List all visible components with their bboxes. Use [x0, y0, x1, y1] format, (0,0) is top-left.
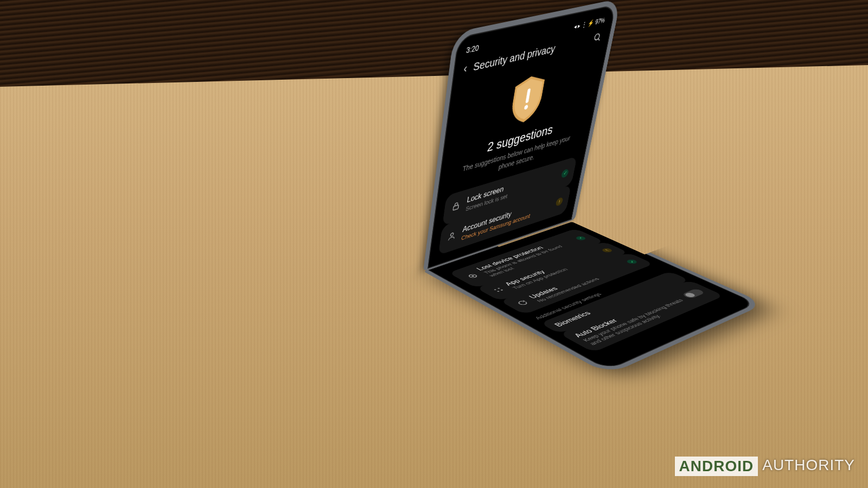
status-signal-icons: ◂ ▸ ⋮ ⚡ [573, 19, 595, 30]
locate-icon [464, 272, 482, 280]
user-icon [446, 230, 457, 244]
svg-rect-4 [453, 205, 458, 210]
watermark-brand: ANDROID [675, 457, 758, 476]
svg-point-11 [501, 290, 503, 291]
watermark: ANDROID AUTHORITY [675, 457, 855, 476]
apps-icon [490, 286, 508, 294]
check-icon: ✓ [625, 259, 639, 265]
svg-line-1 [598, 38, 600, 41]
auto-blocker-toggle[interactable] [681, 288, 705, 299]
search-icon[interactable] [592, 31, 603, 46]
status-right: ◂ ▸ ⋮ ⚡ 97% [573, 17, 605, 31]
status-battery: 97% [595, 17, 605, 26]
svg-point-7 [471, 275, 474, 277]
status-time: 3:20 [465, 43, 479, 55]
svg-point-8 [494, 289, 496, 290]
warning-icon: ! [556, 197, 564, 207]
svg-point-3 [524, 105, 528, 110]
warning-icon: ! [601, 248, 614, 253]
check-icon: ✓ [561, 168, 569, 178]
shield-warning-icon [505, 69, 550, 129]
lock-icon [450, 200, 461, 214]
check-icon: ✓ [574, 235, 587, 241]
svg-point-10 [497, 291, 500, 292]
back-icon[interactable]: ‹ [463, 61, 468, 76]
svg-rect-2 [525, 88, 531, 104]
svg-point-5 [450, 233, 454, 236]
svg-point-9 [497, 288, 500, 289]
refresh-icon [514, 299, 533, 308]
watermark-rest: AUTHORITY [762, 457, 855, 476]
